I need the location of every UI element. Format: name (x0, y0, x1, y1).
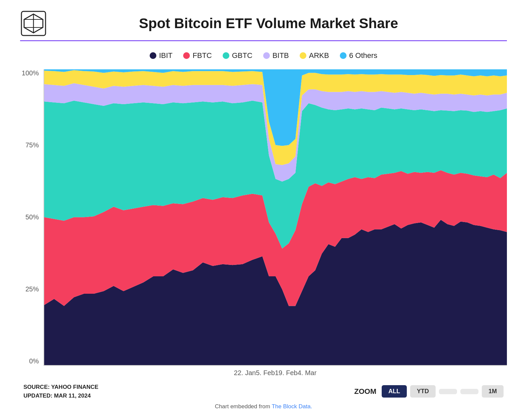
zoom-ytd-button[interactable]: YTD (410, 385, 436, 398)
y-label-0: 0% (29, 357, 39, 365)
legend-label-bitb: BITB (273, 51, 289, 60)
y-axis: 100% 75% 50% 25% 0% (20, 69, 44, 366)
x-label-jan22: 22. Jan (234, 369, 256, 377)
header-row: Spot Bitcoin ETF Volume Market Share (20, 10, 507, 37)
zoom-all-button[interactable]: ALL (382, 385, 407, 398)
legend-label-arkb: ARKB (309, 51, 329, 60)
legend-item-others: 6 Others (340, 51, 377, 60)
svg-line-6 (33, 14, 43, 19)
legend-dot-fbtc (183, 52, 190, 59)
chart-legend: IBIT FBTC GBTC BITB ARKB 6 Others (150, 51, 377, 60)
y-label-50: 50% (25, 213, 39, 221)
zoom-controls: ZOOM ALL YTD 1M (354, 385, 504, 398)
legend-label-gbtc: GBTC (232, 51, 252, 60)
divider-line (20, 40, 507, 41)
legend-item-fbtc: FBTC (183, 51, 212, 60)
x-axis: 22. Jan 5. Feb 19. Feb 4. Mar (211, 366, 317, 377)
legend-dot-arkb (300, 52, 306, 59)
x-label-feb19: 19. Feb (275, 369, 298, 377)
legend-item-arkb: ARKB (300, 51, 329, 60)
source-line1: SOURCE: YAHOO FINANCE (23, 383, 98, 392)
zoom-1m-button[interactable]: 1M (482, 385, 504, 398)
svg-line-5 (24, 14, 33, 19)
zoom-label: ZOOM (354, 387, 376, 396)
footer: SOURCE: YAHOO FINANCE UPDATED: MAR 11, 2… (20, 383, 507, 400)
legend-label-others: 6 Others (349, 51, 377, 60)
y-label-100: 100% (22, 69, 39, 77)
chart-area (44, 69, 507, 366)
legend-label-fbtc: FBTC (193, 51, 212, 60)
legend-item-bitb: BITB (263, 51, 289, 60)
bottom-section: SOURCE: YAHOO FINANCE UPDATED: MAR 11, 2… (20, 377, 507, 410)
chart-svg (44, 69, 507, 365)
legend-dot-ibit (150, 52, 156, 59)
legend-dot-others (340, 52, 347, 59)
y-label-75: 75% (25, 141, 39, 149)
embed-text: Chart embedded from (215, 403, 272, 410)
embed-link[interactable]: The Block Data. (272, 403, 312, 410)
embed-note: Chart embedded from The Block Data. (215, 403, 312, 410)
source-line2: UPDATED: MAR 11, 2024 (23, 392, 98, 400)
x-label-mar4: 4. Mar (298, 369, 317, 377)
legend-item-gbtc: GBTC (223, 51, 252, 60)
svg-line-8 (33, 27, 43, 33)
x-label-feb5: 5. Feb (256, 369, 275, 377)
source-info: SOURCE: YAHOO FINANCE UPDATED: MAR 11, 2… (23, 383, 98, 400)
theblock-logo (20, 10, 47, 37)
chart-container: 100% 75% 50% 25% 0% (20, 69, 507, 366)
legend-label-ibit: IBIT (159, 51, 172, 60)
zoom-empty-button-1[interactable] (439, 389, 457, 394)
legend-item-ibit: IBIT (150, 51, 172, 60)
legend-dot-bitb (263, 52, 270, 59)
y-label-25: 25% (25, 285, 39, 293)
svg-line-7 (24, 27, 33, 33)
legend-dot-gbtc (223, 52, 229, 59)
page-title: Spot Bitcoin ETF Volume Market Share (57, 15, 480, 31)
zoom-empty-button-2[interactable] (460, 389, 478, 394)
